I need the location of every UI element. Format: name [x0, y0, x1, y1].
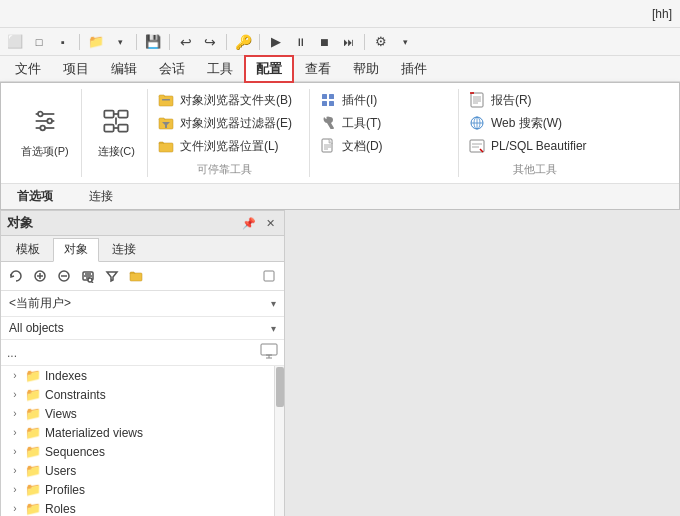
toolbar-sep-4 [226, 34, 227, 50]
connect-label: 连接(C) [98, 144, 135, 159]
plugins-label: 插件(I) [342, 92, 377, 109]
panel-toolbar [1, 262, 284, 291]
view-btn[interactable] [77, 265, 99, 287]
ribbon-bottom: 首选项 连接 [1, 183, 679, 209]
obj-browser-folder-icon [157, 91, 175, 109]
panel-close-btn[interactable]: ✕ [263, 216, 278, 231]
tree-item-constraints[interactable]: › 📁 Constraints [1, 385, 284, 404]
svg-rect-9 [119, 125, 128, 132]
svg-rect-45 [130, 273, 142, 281]
tree-item-profiles[interactable]: › 📁 Profiles [1, 480, 284, 499]
ribbon-item-web-search[interactable]: Web 搜索(W) [463, 112, 608, 134]
svg-rect-47 [261, 344, 277, 355]
toolbar-btn-settings-drop[interactable]: ▾ [394, 31, 416, 53]
menu-config[interactable]: 配置 [244, 55, 294, 83]
svg-rect-14 [162, 99, 170, 101]
tree-item-users[interactable]: › 📁 Users [1, 461, 284, 480]
obj-browser-filter-label: 对象浏览器过滤器(E) [180, 115, 292, 132]
file-browser-loc-label: 文件浏览器位置(L) [180, 138, 279, 155]
tab-template[interactable]: 模板 [5, 238, 51, 261]
menu-edit[interactable]: 编辑 [100, 56, 148, 82]
menu-view[interactable]: 查看 [294, 56, 342, 82]
ribbon-col-other: 报告(R) Web 搜索(W) [463, 89, 608, 177]
tree-item-roles[interactable]: › 📁 Roles [1, 499, 284, 516]
preferences-icon [31, 107, 59, 142]
current-user-row[interactable]: <当前用户> ▾ [1, 291, 284, 317]
toolbar-btn-folder-drop[interactable]: ▾ [109, 31, 131, 53]
add-btn[interactable] [29, 265, 51, 287]
doc-icon [319, 137, 337, 155]
tools-icon [319, 114, 337, 132]
search-more-btn[interactable]: ... [7, 346, 17, 360]
tree-label: Views [45, 407, 77, 421]
remove-btn[interactable] [53, 265, 75, 287]
toolbar-btn-filled[interactable]: ▪ [52, 31, 74, 53]
menu-session[interactable]: 会话 [148, 56, 196, 82]
ribbon-item-tools[interactable]: 工具(T) [314, 112, 446, 134]
folder-btn[interactable] [125, 265, 147, 287]
menu-file[interactable]: 文件 [4, 56, 52, 82]
toolbar-btn-play[interactable]: ▶ [265, 31, 287, 53]
tree-label: Indexes [45, 369, 87, 383]
toolbar: ⬜ □ ▪ 📁 ▾ 💾 ↩ ↪ 🔑 ▶ ⏸ ⏹ ⏭ ⚙ ▾ [0, 28, 680, 56]
tab-objects[interactable]: 对象 [53, 238, 99, 262]
web-search-label: Web 搜索(W) [491, 115, 562, 132]
toolbar-btn-square[interactable]: ⬜ [4, 31, 26, 53]
toolbar-sep-6 [364, 34, 365, 50]
ribbon-item-obj-browser-folder[interactable]: 对象浏览器文件夹(B) [152, 89, 297, 111]
refresh-btn[interactable] [5, 265, 27, 287]
tree-arrow: › [9, 465, 21, 476]
toolbar-btn-box[interactable]: □ [28, 31, 50, 53]
toolbar-btn-stop[interactable]: ⏹ [313, 31, 335, 53]
all-objects-row[interactable]: All objects ▾ [1, 317, 284, 340]
toolbar-btn-undo[interactable]: ↩ [175, 31, 197, 53]
ribbon-item-plugins[interactable]: 插件(I) [314, 89, 446, 111]
ribbon-item-beautifier[interactable]: PL/SQL Beautifier [463, 135, 608, 157]
panel-header: 对象 📌 ✕ [1, 211, 284, 236]
menu-project[interactable]: 项目 [52, 56, 100, 82]
toolbar-btn-save[interactable]: 💾 [142, 31, 164, 53]
scrollbar-thumb[interactable] [276, 367, 284, 407]
svg-rect-16 [159, 143, 173, 152]
svg-rect-46 [264, 271, 274, 281]
ribbon-item-report[interactable]: 报告(R) [463, 89, 608, 111]
toolbar-btn-step[interactable]: ⏭ [337, 31, 359, 53]
connect-icon [102, 107, 130, 142]
tree-area: › 📁 Indexes › 📁 Constraints › 📁 Views › … [1, 366, 284, 516]
all-objects-dropdown-arrow[interactable]: ▾ [271, 323, 276, 334]
tree-item-materialized-views[interactable]: › 📁 Materialized views [1, 423, 284, 442]
menu-plugins[interactable]: 插件 [390, 56, 438, 82]
menu-help[interactable]: 帮助 [342, 56, 390, 82]
panel-pin-btn[interactable]: 📌 [239, 216, 259, 231]
monitor-icon[interactable] [260, 343, 278, 362]
ribbon-preferences-btn[interactable]: 首选项(P) [9, 89, 82, 177]
ribbon-tab-connect[interactable]: 连接 [81, 186, 121, 207]
tree-scrollbar[interactable] [274, 366, 284, 516]
tree-arrow: › [9, 427, 21, 438]
current-user-label: <当前用户> [9, 295, 71, 312]
ribbon-tab-preferences[interactable]: 首选项 [9, 186, 61, 207]
web-search-icon [468, 114, 486, 132]
current-user-dropdown-arrow[interactable]: ▾ [271, 298, 276, 309]
ribbon-connect-btn[interactable]: 连接(C) [86, 89, 148, 177]
toolbar-btn-folder[interactable]: 📁 [85, 31, 107, 53]
toolbar-btn-pause[interactable]: ⏸ [289, 31, 311, 53]
tab-connections[interactable]: 连接 [101, 238, 147, 261]
tree-item-views[interactable]: › 📁 Views [1, 404, 284, 423]
folder-icon: 📁 [25, 425, 41, 440]
menu-tools[interactable]: 工具 [196, 56, 244, 82]
ribbon-item-doc[interactable]: 文档(D) [314, 135, 446, 157]
ribbon-item-file-browser-loc[interactable]: 文件浏览器位置(L) [152, 135, 297, 157]
toolbar-btn-settings[interactable]: ⚙ [370, 31, 392, 53]
tree-item-indexes[interactable]: › 📁 Indexes [1, 366, 284, 385]
svg-rect-25 [471, 93, 483, 107]
toolbar-btn-key[interactable]: 🔑 [232, 31, 254, 53]
tree-item-sequences[interactable]: › 📁 Sequences [1, 442, 284, 461]
ribbon-item-obj-browser-filter[interactable]: 对象浏览器过滤器(E) [152, 112, 297, 134]
svg-point-3 [38, 112, 43, 117]
tree-label: Materialized views [45, 426, 143, 440]
view-toggle-btn[interactable] [258, 265, 280, 287]
filter-btn[interactable] [101, 265, 123, 287]
ribbon-col3-footer: 其他工具 [463, 162, 608, 177]
toolbar-btn-redo[interactable]: ↪ [199, 31, 221, 53]
